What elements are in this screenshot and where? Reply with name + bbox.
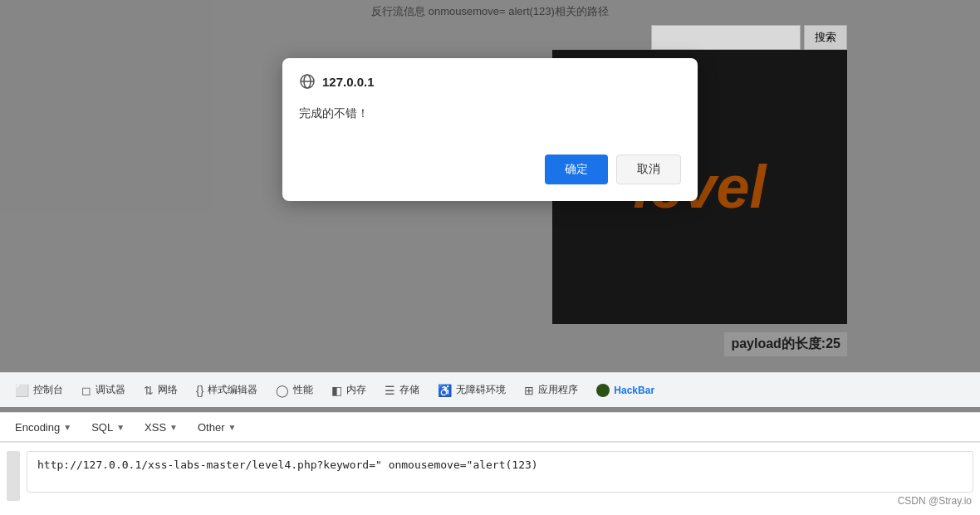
network-icon: ⇅	[144, 384, 154, 397]
encoding-button[interactable]: Encoding ▼	[7, 417, 80, 438]
xss-button[interactable]: XSS ▼	[136, 417, 186, 438]
memory-label: 内存	[346, 383, 366, 397]
cancel-button[interactable]: 取消	[616, 154, 681, 184]
url-sidebar	[7, 451, 20, 501]
apps-icon: ⊞	[524, 384, 534, 397]
hackbar-label: HackBar	[614, 385, 654, 396]
devtool-debugger[interactable]: ◻ 调试器	[73, 378, 134, 402]
debugger-label: 调试器	[96, 383, 125, 397]
devtool-accessibility[interactable]: ♿ 无障碍环境	[429, 378, 514, 402]
other-label: Other	[198, 421, 225, 434]
devtool-memory[interactable]: ◧ 内存	[323, 378, 375, 402]
devtool-apps[interactable]: ⊞ 应用程序	[516, 378, 586, 402]
xss-label: XSS	[145, 421, 166, 434]
encoding-label: Encoding	[15, 421, 60, 434]
sql-button[interactable]: SQL ▼	[83, 417, 133, 438]
devtool-network[interactable]: ⇅ 网络	[135, 378, 186, 402]
console-label: 控制台	[33, 383, 63, 397]
performance-label: 性能	[293, 383, 313, 397]
devtool-performance[interactable]: ◯ 性能	[267, 378, 321, 402]
dialog-title: 127.0.0.1	[322, 75, 375, 89]
url-input-wrapper	[27, 451, 973, 496]
storage-icon: ☰	[385, 384, 395, 397]
memory-icon: ◧	[331, 384, 342, 397]
other-chevron: ▼	[228, 423, 236, 432]
sql-label: SQL	[91, 421, 113, 434]
debugger-icon: ◻	[81, 384, 91, 397]
toolbar-bar: Encoding ▼ SQL ▼ XSS ▼ Other ▼	[0, 412, 980, 442]
storage-label: 存储	[399, 383, 419, 397]
dialog-body: 完成的不错！	[282, 98, 698, 154]
devtools-bar: ⬜ 控制台 ◻ 调试器 ⇅ 网络 {} 样式编辑器 ◯ 性能 ◧ 内存 ☰ 存储…	[0, 372, 980, 407]
other-button[interactable]: Other ▼	[189, 417, 244, 438]
apps-label: 应用程序	[538, 383, 578, 397]
globe-icon	[299, 73, 316, 90]
confirm-button[interactable]: 确定	[545, 154, 608, 184]
watermark-text: CSDN @Stray.io	[898, 495, 972, 507]
network-label: 网络	[158, 383, 178, 397]
hackbar-item[interactable]: HackBar	[588, 379, 663, 402]
devtool-storage[interactable]: ☰ 存储	[376, 378, 428, 402]
dialog: 127.0.0.1 完成的不错！ 确定 取消	[282, 58, 698, 201]
accessibility-icon: ♿	[438, 384, 452, 397]
url-input[interactable]	[27, 451, 973, 493]
accessibility-label: 无障碍环境	[456, 383, 506, 397]
dialog-header: 127.0.0.1	[282, 58, 698, 98]
dialog-message: 完成的不错！	[299, 106, 681, 121]
dialog-buttons: 确定 取消	[282, 154, 698, 201]
performance-icon: ◯	[276, 384, 289, 397]
sql-chevron: ▼	[116, 423, 125, 432]
encoding-chevron: ▼	[63, 423, 71, 432]
url-area	[0, 442, 980, 515]
devtool-console[interactable]: ⬜ 控制台	[7, 378, 71, 402]
style-editor-label: 样式编辑器	[208, 383, 257, 397]
xss-chevron: ▼	[169, 423, 178, 432]
console-icon: ⬜	[15, 384, 29, 397]
style-editor-icon: {}	[196, 384, 203, 397]
csdn-watermark: CSDN @Stray.io	[898, 495, 972, 507]
hackbar-icon	[596, 384, 610, 397]
devtool-style-editor[interactable]: {} 样式编辑器	[188, 378, 266, 402]
